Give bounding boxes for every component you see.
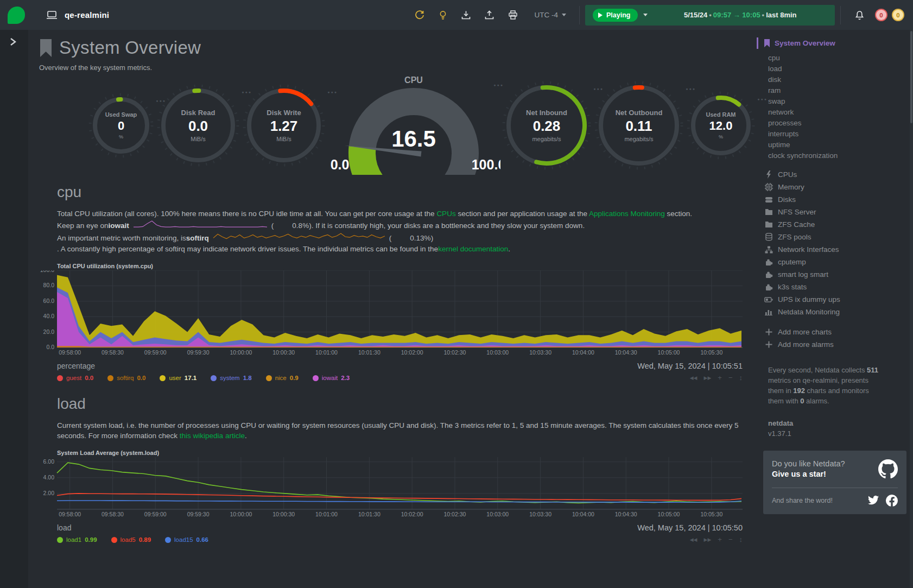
text-link[interactable]: CPUs: [436, 210, 455, 218]
expand-sidebar-button[interactable]: [9, 37, 17, 46]
sidebar-item-processes[interactable]: processes: [757, 117, 910, 128]
sidebar-item-zfs-pools[interactable]: ZFS pools: [757, 231, 910, 243]
text: . If it is constantly high, your disks a…: [312, 220, 585, 231]
legend-value: 0.66: [196, 536, 208, 543]
sidebar-item-disk[interactable]: disk: [757, 74, 910, 85]
chart-nav-resize[interactable]: ↕: [739, 535, 743, 543]
sidebar-item-ram[interactable]: ram: [757, 85, 910, 96]
gauge-net-inbound[interactable]: Net Inbound 0.28 megabits/s●●●: [500, 79, 593, 172]
critical-alarms-badge[interactable]: 0: [875, 9, 887, 21]
sidebar-item-disks[interactable]: Disks: [757, 193, 910, 206]
gauges-row: Used Swap 0 %●●●Disk Read 0.0 MiB/s●●●Di…: [39, 72, 755, 169]
gauge-disk-read[interactable]: Disk Read 0.0 MiB/s●●●: [155, 83, 241, 168]
svg-text:4.00: 4.00: [43, 474, 55, 480]
sidebar-item-uptime[interactable]: uptime: [757, 139, 910, 150]
cpu-chart[interactable]: 09:58:0009:58:3009:59:0009:59:3010:00:00…: [35, 270, 755, 359]
sidebar-item-nfs-server[interactable]: NFS Server: [757, 206, 910, 218]
gauge-used-ram[interactable]: Used RAM 12.0 %●●●: [685, 90, 757, 161]
text-link[interactable]: Applications Monitoring: [589, 210, 665, 218]
sidebar-item-smart-log-smart[interactable]: smart log smart: [757, 268, 910, 281]
sidebar-item-add-more-charts[interactable]: Add more charts: [757, 326, 910, 338]
chart-nav-forward[interactable]: ▶▶: [703, 375, 711, 381]
sidebar-item-memory[interactable]: Memory: [757, 181, 910, 193]
sidebar-item-network[interactable]: network: [757, 106, 910, 117]
legend-name: load1: [66, 536, 81, 543]
timezone-selector[interactable]: UTC -4: [525, 11, 574, 19]
chart-nav-backward[interactable]: ◀◀: [690, 375, 698, 381]
page-scrollbar[interactable]: [910, 30, 913, 588]
legend-item-system[interactable]: system1.8: [211, 375, 251, 381]
sidebar-item-netdata-monitoring[interactable]: Netdata Monitoring: [757, 306, 910, 318]
time-range-text[interactable]: 5/15/24•09:57 → 10:05•last 8min: [653, 11, 827, 19]
legend-item-load5[interactable]: load50.89: [111, 536, 151, 543]
text-link[interactable]: kernel documentation: [438, 244, 508, 254]
sidebar-item-label: Memory: [778, 183, 804, 191]
text: . A constantly high percentage of softir…: [57, 244, 438, 254]
database-icon: [764, 233, 773, 241]
sidebar-item-add-more-alarms[interactable]: Add more alarms: [757, 338, 910, 351]
node-icon: [47, 10, 57, 20]
sidebar-item-zfs-cache[interactable]: ZFS Cache: [757, 218, 910, 231]
gauge-cpu[interactable]: CPU16.50.0100.0%●●●: [327, 75, 500, 176]
svg-text:10:04:00: 10:04:00: [572, 511, 594, 517]
sidebar-item-cputemp[interactable]: cputemp: [757, 256, 910, 268]
sidebar-item-clock-synchronization[interactable]: clock synchronization: [757, 150, 910, 161]
legend-swatch: [313, 375, 319, 381]
divider: [579, 6, 580, 24]
legend-item-load1[interactable]: load10.99: [57, 536, 97, 543]
upload-icon[interactable]: [478, 10, 501, 20]
bell-icon[interactable]: [846, 10, 871, 20]
download-icon[interactable]: [454, 10, 478, 20]
warning-alarms-badge[interactable]: 0: [892, 9, 904, 21]
version-number[interactable]: v1.37.1: [768, 428, 910, 439]
range-end: 10:05: [742, 11, 760, 19]
load-chart[interactable]: 09:58:0009:58:3009:59:0009:59:3010:00:00…: [35, 457, 755, 521]
chart-nav-forward[interactable]: ▶▶: [703, 537, 711, 542]
legend-swatch: [165, 537, 171, 543]
netdata-logo[interactable]: [8, 7, 25, 24]
legend-item-nice[interactable]: nice0.9: [266, 375, 299, 381]
text-link[interactable]: this wikipedia article: [180, 432, 245, 440]
legend-item-softirq[interactable]: softirq0.0: [107, 375, 145, 381]
legend-item-user[interactable]: user17.1: [160, 375, 196, 381]
sidebar-item-ups-ix-dummy-ups[interactable]: UPS ix dummy ups: [757, 293, 910, 306]
sidebar-item-label: UPS ix dummy ups: [778, 295, 840, 304]
chart-nav-backward[interactable]: ◀◀: [690, 537, 698, 542]
gauge-net-outbound[interactable]: Net Outbound 0.11 megabits/s●●●: [593, 79, 685, 172]
print-icon[interactable]: [501, 10, 525, 20]
sidebar-item-k3s-stats[interactable]: k3s stats: [757, 281, 910, 293]
refresh-icon[interactable]: [408, 10, 432, 20]
sidebar-item-swap[interactable]: swap: [757, 96, 910, 106]
sidebar-item-cpu[interactable]: cpu: [757, 52, 910, 63]
gauge-disk-write[interactable]: Disk Write 1.27 MiB/s●●●: [241, 83, 327, 168]
svg-text:09:59:00: 09:59:00: [144, 349, 167, 356]
facebook-icon[interactable]: [886, 495, 898, 507]
sidebar-item-load[interactable]: load: [757, 63, 910, 74]
chart-nav-resize[interactable]: ↕: [739, 374, 743, 382]
legend-name: guest: [66, 375, 81, 381]
chart-nav-zoom-in[interactable]: +: [718, 535, 722, 543]
gauge-used-swap[interactable]: Used Swap 0 %●●●: [87, 91, 155, 160]
legend-item-guest[interactable]: guest0.0: [57, 375, 93, 381]
chart-nav-zoom-in[interactable]: +: [718, 374, 722, 382]
gauge-value: 0.0: [188, 118, 208, 135]
chart-nav-zoom-out[interactable]: −: [728, 535, 733, 543]
legend-item-load15[interactable]: load150.66: [165, 536, 208, 543]
cpu-section-heading: cpu: [57, 184, 755, 201]
play-dropdown-caret[interactable]: [643, 14, 648, 16]
cpu-chart-title: Total CPU utilization (system.cpu): [57, 263, 755, 269]
bulb-icon[interactable]: [432, 10, 454, 20]
hostname[interactable]: qe-realmini: [65, 10, 109, 20]
sidebar-item-interrupts[interactable]: interrupts: [757, 128, 910, 139]
scrollbar-thumb[interactable]: [910, 31, 912, 123]
sidebar-item-system-overview[interactable]: System Overview: [757, 37, 910, 49]
twitter-icon[interactable]: [867, 495, 879, 507]
sidebar-item-network-interfaces[interactable]: Network Interfaces: [757, 243, 910, 256]
play-button[interactable]: Playing: [593, 9, 638, 22]
legend-item-iowait[interactable]: iowait2.3: [313, 375, 350, 381]
text: .: [508, 244, 510, 254]
gauge-unit: MiB/s: [191, 136, 206, 142]
sidebar-item-cpus[interactable]: CPUs: [757, 168, 910, 181]
github-icon[interactable]: [878, 459, 898, 479]
chart-nav-zoom-out[interactable]: −: [728, 374, 733, 382]
